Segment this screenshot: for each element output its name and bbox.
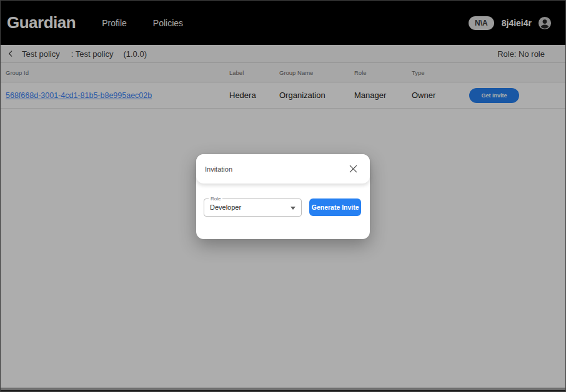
close-button[interactable] [347,164,359,175]
close-icon [349,165,357,173]
dialog-title: Invitation [205,165,232,173]
dialog-header: Invitation [196,154,370,184]
invitation-dialog: Invitation Role Developer Generate Invit… [196,154,370,239]
role-select-label: Role [209,196,222,202]
generate-invite-button[interactable]: Generate Invite [309,198,361,216]
role-select-value: Developer [204,199,301,216]
app-window: Guardian Profile Policies N\A 8j4iei4r T… [0,0,566,392]
role-select[interactable]: Role Developer [204,198,302,217]
dialog-body: Role Developer Generate Invite [196,184,370,217]
chevron-down-icon [290,207,295,210]
